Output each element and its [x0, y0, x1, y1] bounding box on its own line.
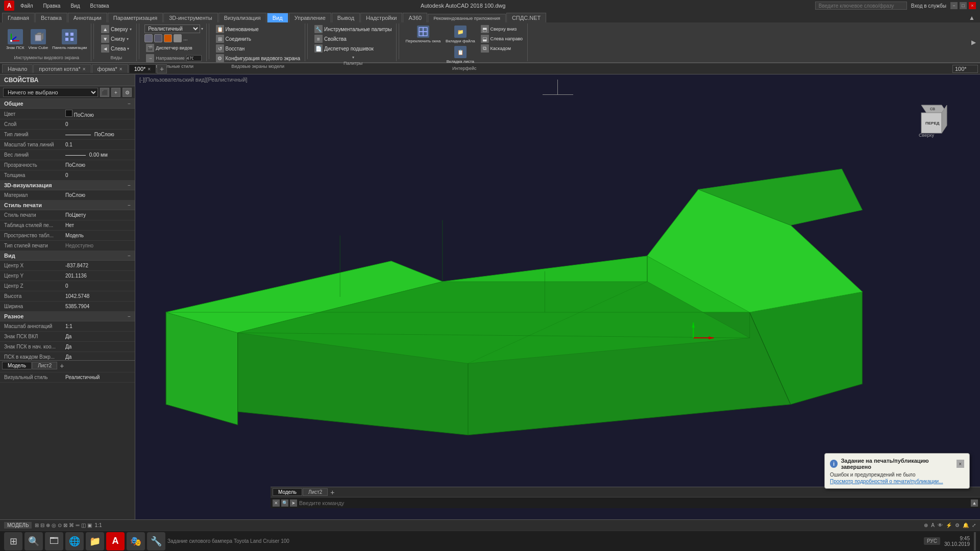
tab-spds[interactable]: СПДС.NET: [506, 13, 546, 22]
visual-extra-btn[interactable]: ...: [183, 36, 187, 41]
cmd-expand-btn[interactable]: ▲: [971, 499, 978, 507]
login-label[interactable]: Вход в службы: [911, 3, 946, 9]
btn-tool-palettes[interactable]: 🔧 Инструментальные палитры: [313, 24, 393, 34]
viewport[interactable]: [-][Пользовательский вид][Реалистичный]: [135, 74, 980, 519]
zoom-input[interactable]: [952, 65, 978, 73]
dynin-icon[interactable]: ⌘: [69, 522, 74, 528]
ortho-icon[interactable]: ⊕: [46, 522, 50, 528]
menubar-view-tb[interactable]: Вид: [68, 2, 82, 10]
model-space-label[interactable]: МОДЕЛЬ: [4, 522, 32, 529]
object-selector[interactable]: Ничего не выбрано: [3, 88, 98, 97]
quick-select-btn[interactable]: ⬛: [100, 88, 109, 97]
btn-restore-viewports[interactable]: ↺ Восстан: [214, 44, 302, 53]
btn-direction[interactable]: → Направление: [144, 54, 203, 63]
btn-join-viewports[interactable]: ⊞ Соединить: [214, 34, 302, 43]
zoom-level-icon[interactable]: ⊕: [924, 522, 928, 528]
btn-view-manager[interactable]: 🎬 Диспетчер видов: [144, 43, 203, 53]
section-print-header[interactable]: Стиль печати −: [0, 201, 135, 210]
btn-nav-bar[interactable]: Панель навигации: [51, 28, 88, 51]
doc-tab-proto[interactable]: прототип котла* ×: [33, 64, 91, 73]
select-similar-btn[interactable]: +: [111, 88, 120, 97]
doc-tab-start[interactable]: Начало: [2, 64, 33, 73]
search-input[interactable]: [815, 2, 907, 10]
taskbar-start[interactable]: ⊞: [4, 532, 22, 550]
cmd-icon-1[interactable]: ✕: [273, 499, 280, 507]
cmd-icon-3[interactable]: ➤: [290, 499, 297, 507]
grid-icon[interactable]: ⊞: [35, 522, 39, 528]
tab-annotation[interactable]: Аннотации: [68, 13, 107, 22]
tab-addins[interactable]: Надстройки: [360, 13, 402, 22]
close-tab-100[interactable]: ×: [148, 66, 151, 72]
btn-view-top[interactable]: ▲ Сверху ▾: [100, 24, 133, 34]
properties-settings-btn[interactable]: ⚙: [122, 88, 132, 97]
tab-3d[interactable]: 3D-инструменты: [163, 13, 218, 22]
taskbar-edge[interactable]: 🌐: [65, 532, 84, 550]
visual-style-select[interactable]: Реалистичный: [144, 24, 200, 33]
tab-insert[interactable]: Вставка: [35, 13, 67, 22]
taskbar-tasks[interactable]: 🗔: [45, 532, 63, 550]
transparency-icon[interactable]: ◫: [81, 522, 86, 528]
model-tab-sheet2[interactable]: Лист2: [303, 488, 328, 496]
model-tab-add[interactable]: +: [328, 488, 336, 496]
direction-value[interactable]: [186, 55, 202, 61]
btn-tile-vertical[interactable]: ⬓ Слева направо: [479, 34, 525, 43]
taskbar-explorer[interactable]: 📁: [86, 532, 104, 550]
osnap-icon[interactable]: ⊙: [58, 522, 62, 528]
doc-tab-100[interactable]: 100* ×: [129, 64, 156, 73]
btm-tab-sheet2[interactable]: Лист2: [32, 362, 57, 369]
btn-ucs-icon[interactable]: Знак ПСК: [5, 28, 26, 51]
section-general-collapse[interactable]: −: [128, 101, 131, 107]
btn-tile-horizontal[interactable]: ⬒ Сверху вниз: [479, 24, 525, 34]
btn-switch-windows[interactable]: Переключить окна: [404, 24, 442, 44]
tab-output[interactable]: Вывод: [332, 13, 360, 22]
section-3d-header[interactable]: 3D-визуализация −: [0, 181, 135, 190]
polar-icon[interactable]: ◎: [52, 522, 56, 528]
taskbar-lang[interactable]: РУС: [924, 537, 940, 545]
hardware-accel-icon[interactable]: ⚡: [946, 522, 952, 528]
tab-recommended[interactable]: Рекомендованные приложения: [428, 14, 506, 22]
close-button[interactable]: ×: [969, 2, 976, 9]
section-general-header[interactable]: Общие −: [0, 99, 135, 109]
settings-icon[interactable]: ⚙: [955, 522, 960, 528]
snap-icon[interactable]: ⊟: [40, 522, 44, 528]
tab-view[interactable]: Вид: [267, 13, 288, 22]
menubar-edit-tb[interactable]: Правка: [41, 2, 63, 10]
isolate-icon[interactable]: 👁: [938, 522, 943, 528]
close-tab-proto[interactable]: ×: [83, 66, 86, 72]
tab-render[interactable]: Визуализация: [218, 13, 266, 22]
section-print-collapse[interactable]: −: [128, 203, 131, 208]
tab-a360[interactable]: А360: [403, 13, 427, 22]
ribbon-collapse-icon[interactable]: ▲: [966, 13, 978, 22]
section-misc-header[interactable]: Разное −: [0, 312, 135, 321]
section-3d-collapse[interactable]: −: [128, 183, 131, 188]
btn-config-viewports[interactable]: ⚙ Конфигурация видового экрана: [214, 54, 302, 63]
btn-file-tabs[interactable]: 📁 Вкладки файла: [445, 24, 476, 44]
otrack-icon[interactable]: ⊠: [63, 522, 67, 528]
notification-link[interactable]: Просмотр подробностей о печати/публикаци…: [830, 479, 964, 484]
tab-param[interactable]: Параметризация: [108, 13, 163, 22]
ribbon-right-arrow[interactable]: ▶: [971, 39, 976, 46]
btn-view-left[interactable]: ◄ Слева ▾: [100, 44, 133, 53]
tab-home[interactable]: Главная: [2, 13, 35, 22]
tab-manage[interactable]: Управление: [289, 13, 331, 22]
lineweight-icon[interactable]: ═: [76, 522, 79, 528]
taskbar-app1[interactable]: 🎭: [127, 532, 145, 550]
viewcube-box[interactable]: СВ ПЕРЕД: [909, 100, 944, 131]
doc-tab-add[interactable]: +: [157, 64, 167, 73]
fullscreen-icon[interactable]: ⤢: [972, 522, 976, 528]
scale-label[interactable]: 1:1: [95, 522, 102, 528]
btn-viewcube[interactable]: View Cube: [28, 28, 50, 51]
model-tab-model[interactable]: Модель: [273, 488, 302, 496]
viewcube[interactable]: СВ ПЕРЕД Сверху: [903, 100, 949, 146]
annotation-scale-icon[interactable]: A: [931, 522, 935, 528]
minimize-button[interactable]: −: [950, 2, 958, 9]
notification-close-button[interactable]: ×: [957, 460, 964, 468]
cmd-icon-2[interactable]: 🔍: [281, 499, 288, 507]
btn-sheet-tab[interactable]: 📋 Вкладка листа: [445, 45, 476, 65]
btn-view-bottom[interactable]: ▼ Снизу ▾: [100, 34, 133, 43]
taskbar-search[interactable]: 🔍: [24, 532, 43, 550]
maximize-button[interactable]: □: [960, 2, 967, 9]
selection-icon[interactable]: ▣: [87, 522, 92, 528]
notify-icon[interactable]: 🔔: [963, 522, 969, 528]
doc-tab-forma[interactable]: форма* ×: [92, 64, 128, 73]
